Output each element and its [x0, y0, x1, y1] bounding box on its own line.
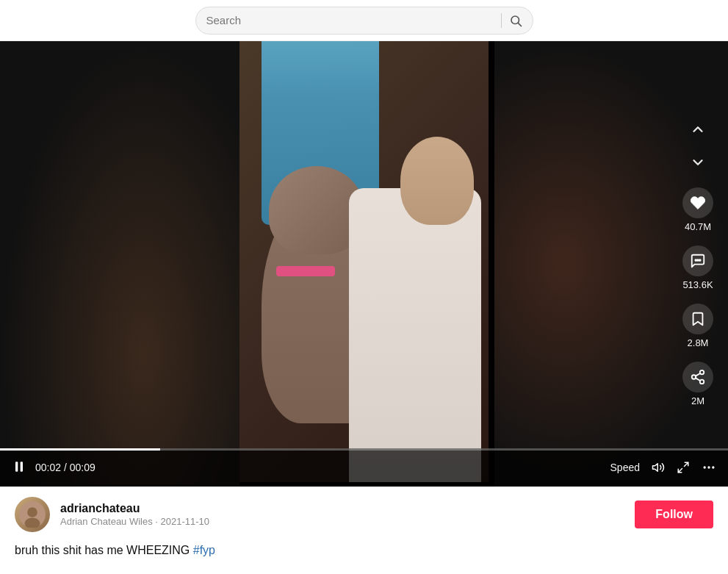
search-input[interactable] [206, 14, 494, 26]
bookmark-icon [682, 304, 713, 334]
chevron-down-icon [690, 154, 706, 171]
pause-icon [12, 459, 26, 474]
caption-text: bruh this shit has me WHEEZING [15, 544, 190, 556]
bookmark-button[interactable]: 2.8M [682, 304, 713, 348]
controls-right: Speed [610, 460, 716, 475]
svg-line-8 [696, 378, 700, 381]
chevron-up-icon [690, 121, 706, 137]
play-pause-button[interactable] [12, 459, 26, 476]
svg-line-1 [518, 23, 521, 26]
svg-point-17 [712, 466, 714, 468]
svg-line-13 [685, 462, 688, 466]
avatar[interactable] [15, 497, 50, 532]
video-section: 40.7M 513.6K 2.8M [0, 41, 728, 487]
search-divider [501, 13, 502, 28]
username[interactable]: adrianchateau [60, 502, 624, 515]
comment-button[interactable]: 513.6K [682, 245, 713, 290]
more-options-button[interactable] [702, 460, 716, 475]
video-controls: 00:02 / 00:09 Speed [0, 448, 728, 487]
svg-line-9 [696, 373, 700, 376]
like-button[interactable]: 40.7M [682, 187, 713, 232]
more-icon [702, 460, 716, 475]
video-player[interactable] [239, 41, 489, 482]
progress-fill [0, 448, 160, 451]
heart-icon [682, 187, 713, 218]
fullscreen-button[interactable] [677, 461, 690, 474]
share-icon [682, 362, 713, 392]
video-info: adrianchateau Adrian Chateau Wiles · 202… [0, 487, 728, 538]
time-display: 00:02 / 00:09 [35, 462, 95, 473]
search-bar [195, 7, 533, 35]
comment-icon-svg [690, 253, 706, 269]
avatar-image [19, 501, 46, 528]
svg-line-14 [678, 469, 682, 473]
user-sub: Adrian Chateau Wiles · 2021-11-10 [60, 516, 624, 527]
volume-button[interactable] [652, 461, 665, 474]
heart-icon-svg [690, 195, 706, 211]
svg-rect-11 [21, 462, 23, 471]
like-count: 40.7M [685, 221, 711, 232]
svg-marker-12 [653, 464, 658, 472]
bookmark-icon-svg [690, 311, 706, 327]
svg-point-2 [695, 259, 696, 261]
bookmark-count: 2.8M [688, 337, 709, 348]
volume-icon [652, 461, 665, 474]
svg-point-4 [699, 259, 701, 261]
comment-count: 513.6K [682, 279, 713, 290]
svg-point-3 [697, 259, 699, 261]
progress-bar[interactable] [0, 448, 728, 451]
comment-icon [682, 245, 713, 276]
speed-label: Speed [610, 462, 640, 473]
follow-button[interactable]: Follow [635, 501, 713, 528]
share-icon-svg [690, 369, 706, 385]
svg-point-19 [27, 507, 37, 517]
header [0, 0, 728, 41]
search-button[interactable] [509, 14, 522, 27]
caption: bruh this shit has me WHEEZING #fyp [0, 538, 728, 557]
nav-down-button[interactable] [690, 154, 706, 174]
action-buttons: 40.7M 513.6K 2.8M [682, 121, 713, 406]
svg-point-16 [707, 466, 710, 468]
svg-point-15 [704, 466, 706, 468]
speed-button[interactable]: Speed [610, 462, 640, 473]
video-side-left [0, 41, 239, 487]
hashtag[interactable]: #fyp [193, 544, 215, 556]
user-info: adrianchateau Adrian Chateau Wiles · 202… [60, 502, 624, 527]
fullscreen-icon [677, 461, 690, 474]
share-button[interactable]: 2M [682, 362, 713, 406]
svg-rect-10 [15, 462, 18, 471]
nav-up-button[interactable] [690, 121, 706, 141]
share-count: 2M [691, 395, 704, 406]
search-icon [509, 14, 522, 27]
